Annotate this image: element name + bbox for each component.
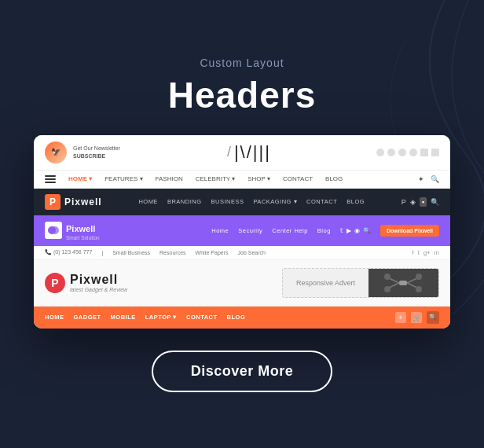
nav-item-home: HOME ▾ [68, 175, 92, 182]
discover-more-button[interactable]: Discover More [152, 351, 333, 392]
nav-right-icons: ✦ 🔍 [418, 175, 439, 183]
nav-orange-contact: CONTACT [186, 314, 218, 321]
search-purple-icon: 🔍 [363, 227, 371, 234]
nav-orange-laptop: LAPTOP ▾ [145, 314, 177, 321]
download-btn[interactable]: Download Pixwell [380, 225, 439, 237]
p-icon-purple [45, 222, 62, 239]
topbar-white-papers: White Papers [196, 250, 229, 255]
browser-mockup: 🦅 Get Our Newsletter SUBSCRIBE / |\ / | … [34, 135, 450, 329]
bookmark-icon: ◈ [410, 198, 416, 206]
page-wrapper: Custom Layout Headers 🦅 Get Our Newslett… [0, 41, 484, 408]
nav-purple-home: Home [211, 227, 229, 234]
header-row-5: HOME GADGET MOBILE LAPTOP ▾ CONTACT BLOG… [34, 307, 450, 329]
pixwell-main-logo-block: P Pixwell latest Gadget & Review [45, 273, 127, 293]
p-icon-red: P [45, 273, 65, 293]
nav-dark: HOME BRANDING BUSINESS PACKAGING ▾ CONTA… [138, 198, 365, 205]
header1-logo: 🦅 Get Our Newsletter SUBSCRIBE [45, 141, 120, 163]
nav-dark-blog: BLOG [346, 198, 365, 205]
pixwell-p-svg [48, 225, 59, 236]
topbar-resources: Resources [160, 250, 185, 255]
header-row-4: 📞 (0) 123 456 777 | Small Business Resou… [34, 246, 450, 307]
header-row-1: 🦅 Get Our Newsletter SUBSCRIBE / |\ / | … [34, 135, 450, 171]
tw-icon: t [417, 249, 419, 256]
advert-box: Responsive Advert [282, 268, 439, 298]
drone-svg [383, 271, 423, 295]
social-icon [431, 149, 439, 156]
pixwell-dark-text: Pixwell [64, 196, 102, 207]
nav-purple-blog: Blog [317, 227, 331, 234]
plus-icon: ✦ [418, 175, 424, 183]
nav-item-contact: CONTACT [283, 175, 313, 182]
search-orange-icon: 🔍 [427, 311, 439, 324]
nav-row-1: HOME ▾ FEATURES ▾ FASHION CELEBRITY ▾ SH… [34, 171, 450, 189]
pixwell-main-text-block: Pixwell latest Gadget & Review [70, 273, 127, 292]
advert-drone-image [368, 269, 438, 297]
nav-orange-icons: + 🛒 🔍 [395, 311, 439, 324]
nav-orange-mobile: MOBILE [111, 314, 136, 321]
pixwell-dark-logo: P Pixwell [45, 194, 102, 210]
nav-dark-branding: BRANDING [167, 198, 202, 205]
svg-point-1 [51, 226, 59, 234]
p-icon-dark: P [45, 194, 60, 210]
social-icon [409, 149, 417, 156]
top-bar-info: 📞 (0) 123 456 777 | Small Business Resou… [34, 246, 450, 260]
fb-icon: f [412, 249, 413, 256]
nav-purple: Home Security Center Help Blog 𝕥 ▶ ◉ 🔍 D… [211, 225, 439, 237]
header-row-3: Pixwell Smart Solution Home Security Cen… [34, 215, 450, 246]
hamburger-icon [45, 175, 56, 183]
pixwell-purple-logo: Pixwell Smart Solution [45, 221, 100, 241]
topbar-small-business: Small Business [112, 250, 150, 255]
advert-text: Responsive Advert [283, 269, 368, 297]
search-dark-icon: 🔍 [431, 198, 439, 206]
page-title: Headers [168, 74, 317, 116]
social-icon [387, 149, 395, 156]
plus-orange-icon: + [395, 312, 406, 323]
svg-point-5 [384, 274, 390, 280]
svg-point-6 [416, 274, 422, 280]
pixwell-main-row: P Pixwell latest Gadget & Review Respons… [34, 260, 450, 306]
pinterest-icon: P [402, 198, 406, 206]
nav-dark-packaging: PACKAGING ▾ [253, 198, 297, 205]
nav-purple-help: Center Help [272, 227, 308, 234]
nav-item-celebrity: CELEBRITY ▾ [196, 175, 236, 182]
nav-item-blog: BLOG [325, 175, 343, 182]
nav-dark-home: HOME [138, 198, 158, 205]
subscribe-text: Get Our Newsletter SUBSCRIBE [73, 145, 120, 159]
svg-rect-2 [399, 281, 407, 285]
header-row-2: P Pixwell HOME BRANDING BUSINESS PACKAGI… [34, 189, 450, 215]
in-icon: in [434, 249, 439, 256]
social-icon [398, 149, 406, 156]
header1-icons [376, 149, 439, 156]
w-center-logo: / |\ / | | | [226, 142, 271, 163]
nav-item-shop: SHOP ▾ [248, 175, 270, 182]
nav-dark-business: BUSINESS [211, 198, 244, 205]
nav-orange-gadget: GADGET [74, 314, 101, 321]
nav-item-fashion: FASHION [156, 175, 183, 182]
bird-logo-icon: 🦅 [45, 141, 67, 163]
twitter-icon: 𝕥 [340, 227, 343, 234]
cart-orange-icon: 🛒 [411, 312, 422, 323]
youtube-icon: ▶ [346, 227, 351, 234]
nav-item-features: FEATURES ▾ [104, 175, 142, 182]
search-nav-icon: 🔍 [431, 175, 439, 183]
svg-point-9 [384, 286, 390, 292]
nav-dark-contact: CONTACT [306, 198, 337, 205]
topbar-right-icons: f t g+ in [412, 249, 439, 256]
social-icon [376, 149, 384, 156]
purple-social-icons: 𝕥 ▶ ◉ 🔍 [340, 227, 371, 234]
nav-orange-home: HOME [45, 314, 64, 321]
svg-point-10 [416, 286, 422, 292]
user-icon: ▪ [420, 197, 427, 207]
social-icon [420, 149, 428, 156]
page-subtitle: Custom Layout [200, 57, 284, 69]
nav-orange-blog: BLOG [227, 314, 246, 321]
nav-purple-security: Security [238, 227, 262, 234]
pixwell-purple-text-block: Pixwell Smart Solution [66, 221, 100, 241]
gp-icon: g+ [424, 249, 431, 256]
rss-icon: ◉ [354, 227, 360, 234]
topbar-job-search: Job Search [238, 250, 266, 255]
phone-number: 📞 (0) 123 456 777 [45, 249, 92, 255]
topbar-separator: | [101, 250, 103, 255]
nav-dark-icons: P ◈ ▪ 🔍 [402, 197, 439, 207]
